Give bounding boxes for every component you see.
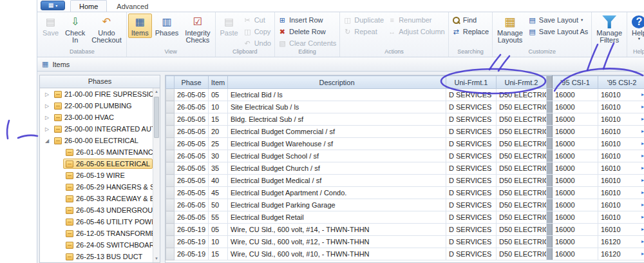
tree-item[interactable]: 26-05-05 ELECTRICAL [40, 158, 153, 170]
help-button[interactable]: Help▾ [629, 14, 644, 42]
cell-uni-frmt-1[interactable]: D SERVICES [446, 211, 497, 224]
cell-description[interactable]: Electrical Budget Retail [228, 211, 446, 224]
cell-uni-frmt-2[interactable]: D50 ELECTRICAL [497, 162, 547, 175]
cell-uni-frmt-1[interactable]: D SERVICES [446, 175, 497, 187]
tree-item[interactable]: ◢26-00-00 ELECTRICAL [40, 135, 153, 146]
cell-phase[interactable]: 26-05-19 [175, 224, 209, 236]
row-header[interactable] [166, 199, 175, 211]
cell-95-csi-2[interactable]: 16120▸ [598, 236, 644, 248]
tree-item[interactable]: 26-05-29 HANGERS & SUP [40, 181, 153, 193]
cell-95-csi-2[interactable]: 16120▸ [598, 248, 644, 260]
cell-uni-frmt-1[interactable]: D SERVICES [446, 126, 497, 138]
row-header[interactable] [166, 138, 175, 150]
cell-item[interactable]: 35 [209, 162, 228, 175]
row-header[interactable] [166, 175, 175, 187]
cell-95-csi-1[interactable]: 16000 [553, 175, 598, 187]
cell-95-csi-1[interactable]: 16000 [553, 248, 598, 260]
phases-button[interactable]: Phases [152, 14, 182, 38]
cell-uni-frmt-2[interactable]: D50 ELECTRICAL [497, 138, 547, 150]
cell-item[interactable]: 25 [209, 138, 228, 150]
items-view-tab[interactable]: Items [52, 61, 70, 68]
expand-icon[interactable]: ▷ [45, 126, 52, 132]
cell-95-csi-2[interactable]: 16010▸ [598, 162, 644, 175]
column-header-phase[interactable]: Phase [175, 76, 209, 89]
cell-item[interactable]: 20 [209, 126, 228, 138]
cell-description[interactable]: Electrical Budget Apartment / Condo. [228, 187, 446, 199]
cell-95-csi-1[interactable]: 16000 [553, 187, 598, 199]
cell-95-csi-1[interactable]: 16000 [553, 162, 598, 175]
duplicate-button[interactable]: Duplicate [341, 15, 386, 25]
cell-uni-frmt-2[interactable]: D50 ELECTRICAL [497, 150, 547, 162]
tree-item[interactable]: ▷23-00-00 HVAC [40, 112, 153, 123]
cell-95-csi-2[interactable]: 16010▸ [598, 113, 644, 126]
tree-item[interactable]: 26-05-43 UNDERGROUND [40, 204, 153, 216]
cell-item[interactable]: 45 [209, 187, 228, 199]
find-button[interactable]: Find [450, 15, 491, 25]
integrity-checks-button[interactable]: IntegrityChecks [182, 14, 213, 45]
tree-item[interactable]: 26-12-05 TRANSFORMERS [40, 228, 153, 239]
cell-uni-frmt-2[interactable]: D50 ELECTRICAL [497, 199, 547, 211]
row-header[interactable] [166, 101, 175, 113]
expand-icon[interactable]: ▷ [45, 92, 52, 97]
adjust-column-button[interactable]: Adjust Column [386, 26, 447, 37]
cell-phase[interactable]: 26-05-05 [175, 211, 209, 224]
cell-phase[interactable]: 26-05-05 [175, 175, 209, 187]
cell-uni-frmt-2[interactable]: D50 ELECTRICAL [497, 248, 547, 260]
cell-95-csi-1[interactable]: 16000 [553, 126, 598, 138]
cell-uni-frmt-2[interactable]: D50 ELECTRICAL [497, 101, 547, 113]
cell-95-csi-2[interactable]: 16010▸ [598, 101, 644, 113]
app-menu-button[interactable]: ▦ ▾ [41, 1, 65, 10]
cell-uni-frmt-1[interactable]: D SERVICES [446, 199, 497, 211]
cell-item[interactable]: 15 [209, 248, 228, 260]
cut-button[interactable]: Cut [242, 15, 273, 25]
replace-button[interactable]: Replace [450, 26, 491, 37]
insert-row-button[interactable]: Insert Row [276, 15, 338, 25]
tree-item[interactable]: 26-24-05 SWITCHBOARDS [40, 239, 153, 251]
cell-uni-frmt-1[interactable]: D SERVICES [446, 113, 497, 126]
cell-uni-frmt-2[interactable]: D50 ELECTRICAL [497, 175, 547, 187]
paste-button[interactable]: Paste [217, 14, 242, 38]
cell-uni-frmt-1[interactable]: D SERVICES [446, 89, 497, 101]
cell-item[interactable]: 05 [209, 224, 228, 236]
cell-95-csi-2[interactable]: 16010▸ [598, 126, 644, 138]
undo-button[interactable]: Undo [242, 38, 273, 48]
cell-uni-frmt-1[interactable]: D SERVICES [446, 187, 497, 199]
column-header-uni-frmt-2[interactable]: Uni-Frmt.2 [497, 76, 547, 89]
scroll-down-icon[interactable]: ▼ [153, 255, 160, 262]
cell-uni-frmt-2[interactable]: D50 ELECTRICAL [497, 113, 547, 126]
check-in-button[interactable]: CheckIn [62, 14, 88, 45]
cell-item[interactable]: 10 [209, 236, 228, 248]
cell-uni-frmt-2[interactable]: D50 ELECTRICAL [497, 126, 547, 138]
tree-item[interactable]: 26-25-13 BUS DUCT [40, 251, 153, 262]
cell-uni-frmt-2[interactable]: D50 ELECTRICAL [497, 236, 547, 248]
cell-uni-frmt-2[interactable]: D50 ELECTRICAL [497, 224, 547, 236]
column-header-95-csi-1[interactable]: '95 CSI-1 [553, 76, 598, 89]
tree-item[interactable]: 26-05-46 UTILITY POWER [40, 216, 153, 228]
cell-95-csi-2[interactable]: 16010▸ [598, 150, 644, 162]
cell-95-csi-1[interactable]: 16000 [553, 101, 598, 113]
cell-phase[interactable]: 26-05-05 [175, 126, 209, 138]
cell-95-csi-1[interactable]: 16000 [553, 199, 598, 211]
cell-phase[interactable]: 26-05-05 [175, 113, 209, 126]
tree-item[interactable]: 26-05-33 RACEWAY & BOX [40, 193, 153, 204]
cell-95-csi-2[interactable]: 16010▸ [598, 138, 644, 150]
row-header[interactable] [166, 187, 175, 199]
cell-description[interactable]: Site Electrical Sub / ls [228, 101, 446, 113]
cell-95-csi-1[interactable]: 16000 [553, 89, 598, 101]
cell-uni-frmt-1[interactable]: D SERVICES [446, 236, 497, 248]
cell-description[interactable]: Electrical Budget School / sf [228, 150, 446, 162]
cell-uni-frmt-2[interactable]: D50 ELECTRICAL [497, 89, 547, 101]
cell-item[interactable]: 10 [209, 101, 228, 113]
cell-item[interactable]: 50 [209, 199, 228, 211]
cell-description[interactable]: Wire, CU Sld., 600 volt, #12, - THWN-THH… [228, 236, 446, 248]
cell-95-csi-1[interactable]: 16000 [553, 236, 598, 248]
delete-row-button[interactable]: Delete Row [276, 26, 338, 37]
manage-layouts-button[interactable]: ManageLayouts [494, 14, 526, 45]
cell-description[interactable]: Electrical Budget Church / sf [228, 162, 446, 175]
cell-uni-frmt-1[interactable]: D SERVICES [446, 138, 497, 150]
tree-item[interactable]: 26-01-05 MAINTENANCE ( [40, 146, 153, 158]
cell-phase[interactable]: 26-05-05 [175, 89, 209, 101]
column-header-item[interactable]: Item [209, 76, 228, 89]
clear-contents-button[interactable]: Clear Contents [276, 38, 338, 48]
cell-description[interactable]: Wire, CU Sld., 600 volt, #10, - THWN-THH… [228, 248, 446, 260]
